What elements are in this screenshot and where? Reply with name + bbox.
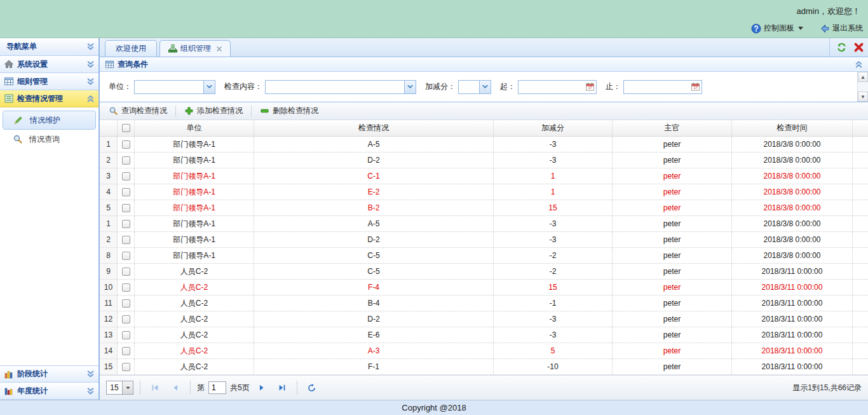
prev-page-button[interactable] <box>167 380 184 395</box>
row-checkbox[interactable] <box>122 283 130 292</box>
row-checkbox[interactable] <box>122 204 130 212</box>
score-input[interactable] <box>459 81 479 93</box>
query-scrollbar[interactable]: ▲ ▼ <box>857 72 868 102</box>
cell-time: 2018/3/8 0:00:00 <box>732 137 853 152</box>
table-row[interactable]: 8 部门领导A-1 C-5 -2 peter 2018/3/8 0:00:00 <box>100 248 868 264</box>
column-header-situation[interactable]: 检查情况 <box>254 120 494 136</box>
pager-separator <box>190 381 191 395</box>
sidebar-item-situation-query[interactable]: 情况查询 <box>3 130 96 149</box>
table-row[interactable]: 4 部门领导A-1 E-2 1 peter 2018/3/8 0:00:00 <box>100 184 868 200</box>
start-datebox[interactable]: 17 <box>518 80 597 94</box>
row-checkbox[interactable] <box>122 268 130 276</box>
sidebar-group-annual-statistics[interactable]: 年度统计 <box>0 383 98 400</box>
sidebar-title[interactable]: 导航菜单 <box>0 38 98 56</box>
row-number: 1 <box>100 137 118 152</box>
search-inspection-button[interactable]: 查询检查情况 <box>104 104 172 118</box>
content-input[interactable] <box>266 81 404 93</box>
combo-arrow-icon[interactable] <box>479 81 491 93</box>
row-checkbox[interactable] <box>122 156 130 165</box>
page-prefix-label: 第 <box>197 383 205 393</box>
last-page-button[interactable] <box>274 380 290 395</box>
delete-inspection-button[interactable]: 删除检查情况 <box>255 104 323 118</box>
collapse-panel-icon[interactable] <box>855 60 863 69</box>
chevron-double-down-icon <box>86 370 95 378</box>
control-panel-menu[interactable]: 控制面板 <box>751 23 803 34</box>
table-row[interactable]: 13 人员C-2 E-6 -3 peter 2018/3/11 0:00:00 <box>100 327 868 343</box>
table-row[interactable]: 14 人员C-2 A-3 5 peter 2018/3/11 0:00:00 <box>100 343 868 359</box>
cell-unit: 人员C-2 <box>135 359 254 374</box>
cell-filler <box>853 280 868 295</box>
start-date-input[interactable] <box>519 83 584 92</box>
table-row[interactable]: 11 人员C-2 B-4 -1 peter 2018/3/11 0:00:00 <box>100 296 868 311</box>
scroll-down-icon[interactable]: ▼ <box>858 92 868 102</box>
table-row[interactable]: 5 部门领导A-1 B-2 15 peter 2018/3/8 0:00:00 <box>100 200 868 216</box>
row-checkbox[interactable] <box>122 331 130 339</box>
cell-score: 1 <box>494 184 613 200</box>
add-inspection-button[interactable]: 添加检查情况 <box>179 104 248 118</box>
row-number: 2 <box>100 153 118 168</box>
cell-situation: D-2 <box>254 153 494 168</box>
calendar-icon[interactable]: 17 <box>584 82 596 92</box>
row-checkbox[interactable] <box>122 315 130 323</box>
table-row[interactable]: 12 人员C-2 D-2 -3 peter 2018/3/11 0:00:00 <box>100 311 868 327</box>
tab-welcome[interactable]: 欢迎使用 <box>105 40 157 57</box>
unit-input[interactable] <box>135 81 203 93</box>
calendar-icon[interactable]: 17 <box>689 82 702 92</box>
content-combobox[interactable] <box>265 80 416 94</box>
sidebar-group-stage-statistics[interactable]: 阶段统计 <box>0 365 98 383</box>
table-row[interactable]: 9 人员C-2 C-5 -2 peter 2018/3/11 0:00:00 <box>100 264 868 280</box>
column-header-unit[interactable]: 单位 <box>135 120 254 136</box>
column-header-score[interactable]: 加减分 <box>494 120 613 136</box>
sidebar-group-label: 系统设置 <box>17 59 86 70</box>
score-combobox[interactable] <box>458 80 491 94</box>
scroll-up-icon[interactable]: ▲ <box>858 72 868 82</box>
combo-arrow-icon[interactable] <box>404 81 416 93</box>
column-header-officer[interactable]: 主官 <box>613 120 732 136</box>
row-checkbox[interactable] <box>122 140 130 149</box>
sidebar-group-inspection-management[interactable]: 检查情况管理 <box>0 90 98 107</box>
table-row[interactable]: 2 部门领导A-1 D-2 -3 peter 2018/3/8 0:00:00 <box>100 232 868 248</box>
pager-refresh-icon[interactable] <box>304 380 320 395</box>
sidebar-group-rules-management[interactable]: 细则管理 <box>0 73 98 90</box>
sidebar-item-situation-maintain[interactable]: 情况维护 <box>3 111 96 130</box>
row-checkbox[interactable] <box>122 236 130 244</box>
tab-close-icon[interactable] <box>216 46 222 52</box>
first-page-button[interactable] <box>147 380 163 395</box>
page-size-dropdown-icon[interactable] <box>122 381 133 394</box>
next-page-button[interactable] <box>254 380 270 395</box>
table-row[interactable]: 1 部门领导A-1 A-5 -3 peter 2018/3/8 0:00:00 <box>100 216 868 232</box>
row-checkbox[interactable] <box>122 220 130 228</box>
sidebar-group-system-settings[interactable]: 系统设置 <box>0 56 98 73</box>
cell-situation: B-2 <box>254 200 494 215</box>
table-row[interactable]: 3 部门领导A-1 C-1 1 peter 2018/3/8 0:00:00 <box>100 168 868 184</box>
cell-filler <box>853 200 868 215</box>
cell-situation: E-6 <box>254 327 494 343</box>
row-number: 15 <box>100 359 118 374</box>
end-date-input[interactable] <box>624 83 689 92</box>
column-header-time[interactable]: 检查时间 <box>732 120 853 136</box>
row-checkbox[interactable] <box>122 188 130 196</box>
row-checkbox[interactable] <box>122 172 130 180</box>
row-checkbox[interactable] <box>122 252 130 260</box>
column-header-filler <box>853 120 868 136</box>
logout-button[interactable]: 退出系统 <box>820 23 863 34</box>
query-panel-title: 查询条件 <box>118 59 855 70</box>
refresh-icon[interactable] <box>836 42 847 53</box>
end-datebox[interactable]: 17 <box>623 80 702 94</box>
table-row[interactable]: 15 人员C-2 F-1 -10 peter 2018/3/11 0:00:00 <box>100 359 868 375</box>
copyright-text: Copyright @2018 <box>402 403 466 412</box>
unit-combobox[interactable] <box>134 80 215 94</box>
select-all-checkbox[interactable] <box>122 124 130 132</box>
tab-organization-management[interactable]: 组织管理 <box>159 40 231 57</box>
combo-arrow-icon[interactable] <box>203 81 215 93</box>
table-row[interactable]: 10 人员C-2 F-4 15 peter 2018/3/11 0:00:00 <box>100 280 868 296</box>
table-row[interactable]: 1 部门领导A-1 A-5 -3 peter 2018/3/8 0:00:00 <box>100 137 868 153</box>
page-size-select[interactable]: 15 <box>106 381 133 395</box>
row-checkbox[interactable] <box>122 299 130 308</box>
page-number-input[interactable] <box>208 381 226 394</box>
grid-icon <box>105 60 114 69</box>
row-checkbox[interactable] <box>122 347 130 355</box>
close-icon[interactable] <box>853 42 864 53</box>
row-checkbox[interactable] <box>122 363 130 371</box>
table-row[interactable]: 2 部门领导A-1 D-2 -3 peter 2018/3/8 0:00:00 <box>100 153 868 168</box>
